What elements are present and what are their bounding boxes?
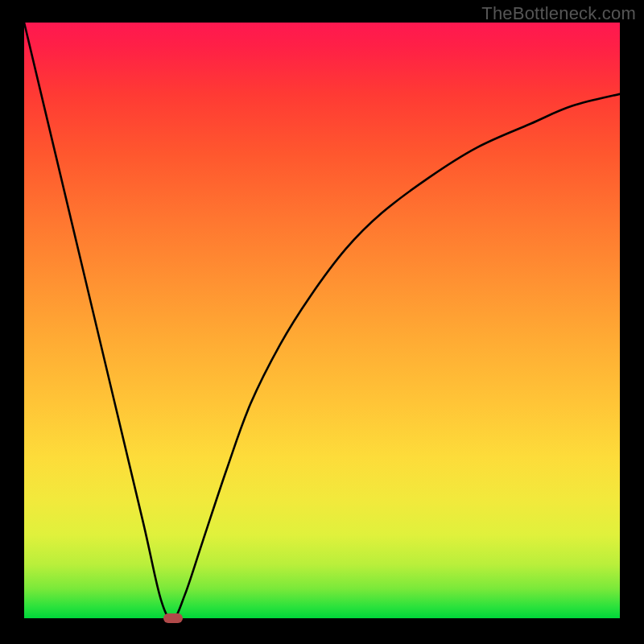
plot-area xyxy=(24,23,620,618)
watermark-text: TheBottleneck.com xyxy=(481,3,636,24)
curve-svg xyxy=(24,23,620,618)
chart-frame: TheBottleneck.com xyxy=(0,0,644,644)
minimum-marker xyxy=(163,613,183,623)
bottleneck-curve xyxy=(24,23,620,618)
